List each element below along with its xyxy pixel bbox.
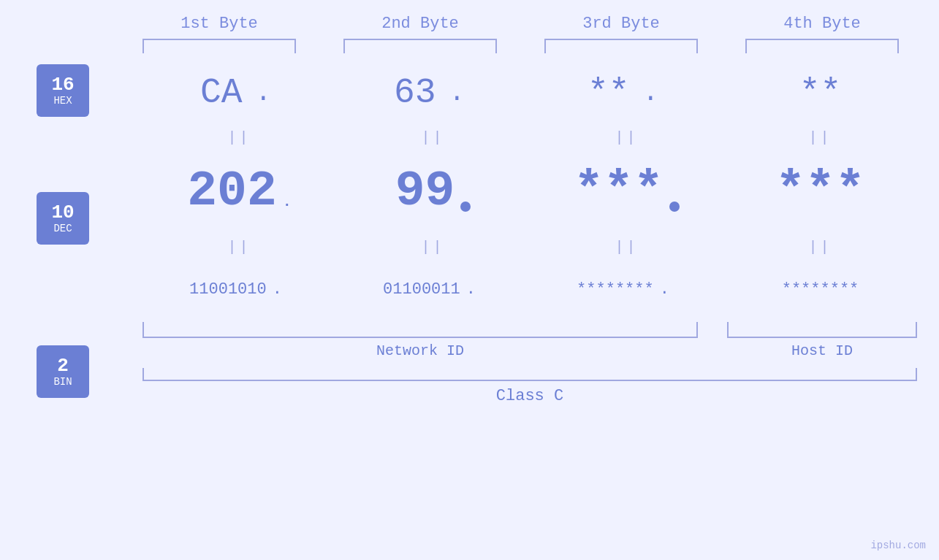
sep-sym-2-3: || bbox=[615, 239, 638, 256]
sep-sym-2-4: || bbox=[808, 239, 832, 256]
dec-cell-4: *** bbox=[723, 163, 917, 219]
dec-row: 202 . 99 *** *** bbox=[0, 154, 939, 234]
dec-val-2: 99 bbox=[395, 163, 455, 219]
sep-2-1: || bbox=[142, 239, 336, 256]
dec-cell-3: *** bbox=[530, 163, 723, 219]
sep-row-1: || || || || bbox=[0, 125, 939, 150]
sep-1-4: || bbox=[723, 129, 917, 146]
bin-cell-4: ******** bbox=[723, 280, 917, 299]
hex-cells: CA . 63 . ** . ** bbox=[142, 73, 917, 112]
bin-val-2: 01100011 bbox=[383, 280, 460, 299]
hex-cell-2: 63 . bbox=[336, 73, 530, 112]
top-brackets bbox=[119, 39, 923, 53]
hex-val-1: CA bbox=[200, 73, 243, 112]
sep-sym-1-4: || bbox=[808, 129, 832, 146]
class-bracket bbox=[142, 368, 917, 381]
sep-sym-2-1: || bbox=[227, 239, 251, 256]
hex-val-4: ** bbox=[799, 73, 842, 112]
id-labels-row: Network ID Host ID bbox=[142, 342, 917, 359]
bin-cell-3: ******** . bbox=[530, 280, 723, 299]
dec-dot-3 bbox=[669, 202, 680, 212]
bin-val-3: ******** bbox=[577, 280, 654, 299]
sep-sym-1-2: || bbox=[421, 129, 444, 146]
dec-cell-2: 99 bbox=[336, 163, 530, 219]
content-area: 16 HEX CA . 63 . ** . ** bbox=[0, 61, 939, 405]
bracket-spacer bbox=[698, 322, 727, 338]
top-bracket-2 bbox=[343, 39, 497, 53]
watermark: ipshu.com bbox=[870, 540, 926, 551]
bin-cells: 11001010 . 01100011 . ******** . *******… bbox=[142, 280, 917, 299]
network-bracket bbox=[142, 322, 698, 338]
bin-dot-2: . bbox=[466, 280, 476, 299]
bin-badge-num: 2 bbox=[57, 356, 69, 377]
top-bracket-1 bbox=[142, 39, 296, 53]
hex-val-2: 63 bbox=[394, 73, 436, 112]
byte3-header: 3rd Byte bbox=[541, 15, 702, 33]
class-label: Class C bbox=[142, 387, 917, 405]
hex-cell-3: ** . bbox=[530, 73, 723, 112]
dec-val-4: *** bbox=[775, 163, 864, 219]
hex-val-3: ** bbox=[588, 73, 630, 112]
dec-dot-2 bbox=[460, 202, 471, 212]
byte1-header: 1st Byte bbox=[139, 15, 300, 33]
sep-sym-2-2: || bbox=[421, 239, 444, 256]
bottom-brackets-row bbox=[142, 322, 917, 338]
bin-cell-2: 01100011 . bbox=[336, 280, 530, 299]
sep-1-2: || bbox=[336, 129, 530, 146]
bin-dot-1: . bbox=[273, 280, 282, 299]
dec-dot-1: . bbox=[283, 193, 292, 210]
bin-badge: 2 BIN bbox=[37, 345, 89, 398]
host-id-label: Host ID bbox=[727, 342, 917, 359]
byte2-header: 2nd Byte bbox=[340, 15, 501, 33]
main-container: 1st Byte 2nd Byte 3rd Byte 4th Byte 16 H… bbox=[0, 0, 939, 560]
dec-cell-1: 202 . bbox=[142, 163, 336, 219]
bin-row: 11001010 . 01100011 . ******** . *******… bbox=[0, 260, 939, 318]
sep-cells-2: || || || || bbox=[142, 239, 917, 256]
bin-badge-label: BIN bbox=[53, 376, 72, 388]
top-bracket-4 bbox=[745, 39, 899, 53]
sep-sym-1-3: || bbox=[615, 129, 638, 146]
class-bracket-row bbox=[142, 368, 917, 381]
byte-headers: 1st Byte 2nd Byte 3rd Byte 4th Byte bbox=[119, 15, 923, 33]
bin-val-1: 11001010 bbox=[189, 280, 267, 299]
sep-row-2: || || || || bbox=[0, 234, 939, 260]
network-id-label: Network ID bbox=[142, 342, 698, 359]
host-bracket bbox=[727, 322, 917, 338]
bin-val-4: ******** bbox=[782, 280, 859, 299]
sep-cells-1: || || || || bbox=[142, 129, 917, 146]
bin-dot-3: . bbox=[660, 280, 669, 299]
bin-cell-1: 11001010 . bbox=[142, 280, 336, 299]
hex-cell-4: ** bbox=[723, 73, 917, 112]
sep-2-3: || bbox=[530, 239, 723, 256]
hex-cell-1: CA . bbox=[142, 73, 336, 112]
sep-1-1: || bbox=[142, 129, 336, 146]
dec-cells: 202 . 99 *** *** bbox=[142, 163, 917, 226]
hex-dot-1: . bbox=[256, 78, 272, 108]
sep-2-4: || bbox=[723, 239, 917, 256]
dec-val-1: 202 bbox=[187, 163, 276, 219]
sep-2-2: || bbox=[336, 239, 530, 256]
hex-dot-2: . bbox=[449, 78, 465, 108]
sep-sym-1-1: || bbox=[227, 129, 251, 146]
hex-dot-3: . bbox=[643, 78, 659, 108]
sep-1-3: || bbox=[530, 129, 723, 146]
top-bracket-3 bbox=[544, 39, 698, 53]
byte4-header: 4th Byte bbox=[742, 15, 902, 33]
hex-row: CA . 63 . ** . ** bbox=[0, 61, 939, 125]
dec-val-3: *** bbox=[574, 163, 663, 219]
